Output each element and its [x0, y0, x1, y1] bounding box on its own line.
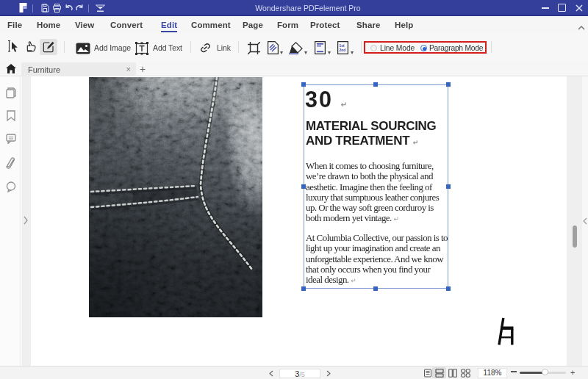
svg-text:2nd: 2nd: [340, 48, 346, 52]
